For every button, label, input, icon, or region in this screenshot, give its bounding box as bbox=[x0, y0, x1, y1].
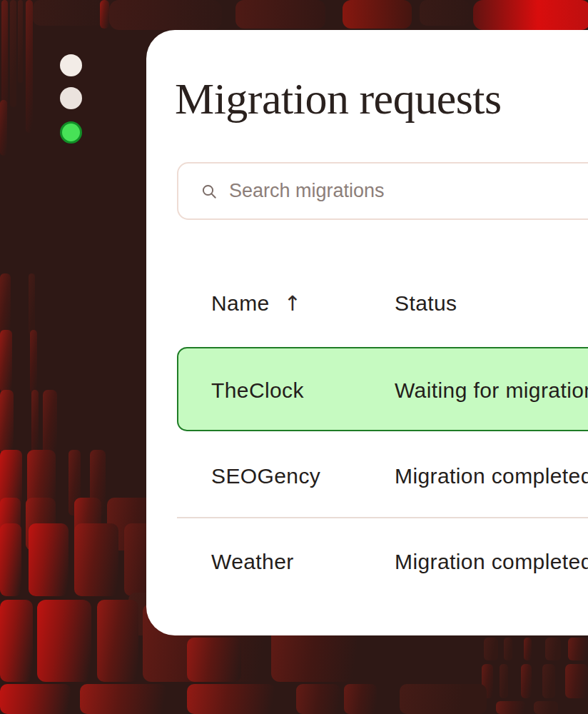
bg-bar bbox=[545, 638, 561, 660]
bg-bar bbox=[343, 0, 412, 29]
bg-bar bbox=[420, 0, 470, 26]
page-title: Migration requests bbox=[175, 71, 502, 126]
bg-bar bbox=[33, 0, 104, 26]
search-icon bbox=[201, 183, 218, 200]
cell-status: Migration completed bbox=[395, 466, 588, 487]
table-row-weather[interactable]: Weather Migration completed bbox=[177, 518, 588, 607]
bg-bar bbox=[534, 701, 558, 714]
window-dot-top[interactable] bbox=[60, 54, 82, 76]
bg-bar bbox=[0, 390, 14, 454]
bg-bar bbox=[473, 0, 588, 30]
bg-bar bbox=[565, 664, 588, 698]
bg-bar bbox=[0, 273, 11, 335]
bg-bar bbox=[0, 100, 7, 156]
bg-bar bbox=[26, 0, 33, 133]
column-header-name-label: Name bbox=[211, 291, 270, 315]
bg-bar bbox=[109, 0, 222, 30]
bg-bar bbox=[0, 684, 71, 714]
cell-name: TheClock bbox=[211, 380, 304, 401]
bg-bar bbox=[29, 523, 69, 596]
bg-bar bbox=[97, 600, 138, 682]
bg-bar bbox=[43, 390, 57, 454]
search-input[interactable] bbox=[228, 179, 588, 203]
cell-name: SEOGency bbox=[211, 466, 320, 487]
bg-bar bbox=[484, 638, 498, 660]
bg-bar bbox=[0, 330, 12, 393]
bg-bar bbox=[187, 684, 275, 714]
window-dot-middle[interactable] bbox=[60, 87, 82, 109]
cell-name: Weather bbox=[211, 551, 294, 573]
bg-bar bbox=[37, 600, 91, 682]
window-dot-active[interactable] bbox=[60, 121, 82, 144]
bg-bar bbox=[568, 638, 588, 660]
bg-bar bbox=[344, 684, 377, 714]
app-card: Migration requests Name↑ Status TheClock… bbox=[146, 30, 588, 635]
bg-bar bbox=[496, 701, 526, 714]
bg-bar bbox=[100, 0, 109, 29]
bg-bar bbox=[30, 330, 37, 393]
bg-bar bbox=[400, 684, 487, 714]
bg-bar bbox=[80, 684, 167, 714]
bg-bar bbox=[521, 664, 532, 698]
table-row-seogency[interactable]: SEOGency Migration completed bbox=[177, 432, 588, 517]
bg-bar bbox=[31, 390, 39, 454]
bg-bar bbox=[29, 273, 35, 335]
bg-bar bbox=[500, 664, 508, 698]
bg-bar bbox=[235, 0, 325, 29]
column-header-name[interactable]: Name↑ bbox=[211, 293, 301, 314]
bg-bar bbox=[0, 523, 21, 596]
bg-bar bbox=[74, 523, 118, 596]
table-row-theclock[interactable]: TheClock Waiting for migration bbox=[177, 347, 588, 431]
bg-bar bbox=[296, 684, 340, 714]
cell-status: Waiting for migration bbox=[395, 380, 588, 401]
bg-bar bbox=[10, 0, 16, 107]
bg-bar bbox=[524, 638, 532, 660]
arrow-up-icon: ↑ bbox=[284, 291, 302, 316]
search-field[interactable] bbox=[177, 162, 588, 220]
bg-bar bbox=[0, 600, 33, 682]
bg-bar bbox=[542, 664, 555, 698]
column-header-status[interactable]: Status bbox=[395, 293, 457, 314]
bg-bar bbox=[504, 638, 512, 660]
bg-bar bbox=[18, 0, 23, 83]
bg-bar bbox=[187, 638, 241, 682]
cell-status: Migration completed bbox=[395, 551, 588, 573]
